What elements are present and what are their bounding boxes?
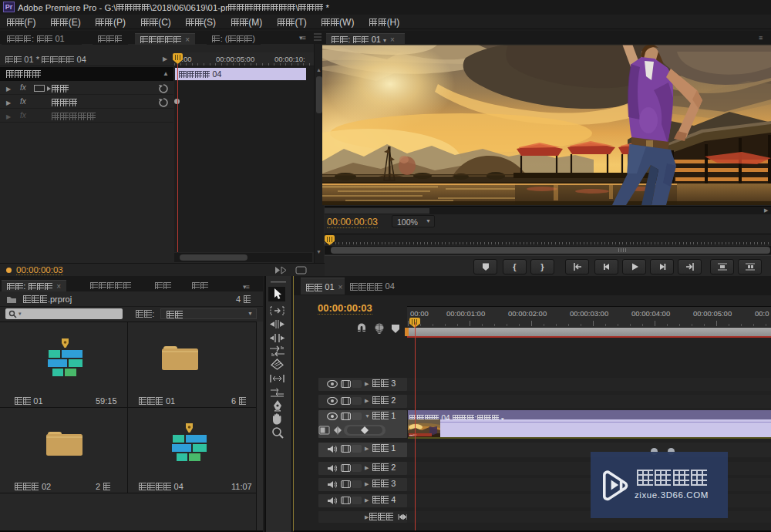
svg-text:riri##: riri##	[409, 433, 417, 437]
